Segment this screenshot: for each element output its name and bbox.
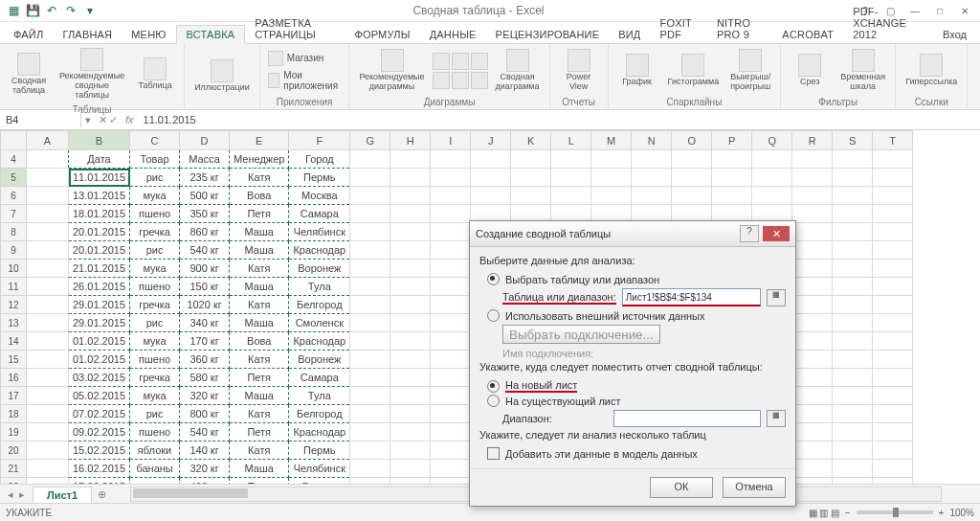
row-header[interactable]: 16 [1,369,27,387]
cell[interactable] [350,442,390,460]
cell[interactable] [390,442,431,460]
radio-icon[interactable] [487,395,500,407]
enter-formula-icon[interactable]: ✓ [109,114,118,126]
cell[interactable] [350,278,390,296]
cell[interactable]: гречка [130,223,180,241]
cancel-formula-icon[interactable]: ✕ [99,114,107,126]
row-header[interactable]: 17 [1,387,27,405]
row-header[interactable]: 9 [1,241,27,260]
column-header[interactable]: M [591,131,632,150]
cell[interactable] [431,278,471,296]
cell[interactable] [792,260,833,278]
row-header[interactable]: 10 [1,260,27,278]
cell[interactable]: 20.01.2015 [69,223,130,241]
cell[interactable] [390,387,431,405]
cell[interactable] [390,241,431,260]
cell[interactable] [471,169,511,187]
cell[interactable] [873,260,913,278]
cell[interactable]: Катя [230,405,289,423]
cell[interactable]: 540 кг [180,241,230,260]
cell[interactable]: 03.02.2015 [69,369,130,387]
row-header[interactable]: 12 [1,296,27,314]
row-header[interactable]: 15 [1,351,27,369]
cell[interactable] [27,169,69,187]
cell[interactable]: гречка [130,296,180,314]
cell[interactable] [390,223,431,241]
redo-icon[interactable]: ↷ [63,3,78,18]
checkbox-icon[interactable] [487,447,500,460]
column-header[interactable]: P [712,131,752,150]
cell[interactable] [431,369,471,387]
cell[interactable]: Краснодар [289,332,350,351]
ribbon-button[interactable]: Рекомендуемыедиаграммы [355,47,428,94]
cell[interactable] [712,169,752,187]
cell[interactable]: рис [130,405,180,423]
cell[interactable] [431,223,471,241]
cell[interactable] [873,332,913,351]
cell[interactable] [390,205,431,223]
cell[interactable] [390,460,431,478]
save-icon[interactable]: 💾 [25,3,40,18]
cell[interactable]: 150 кг [180,278,230,296]
cell[interactable]: 26.01.2015 [69,278,130,296]
column-header[interactable]: O [672,131,712,150]
cell[interactable] [833,442,873,460]
cell[interactable] [27,351,69,369]
cell[interactable]: пшено [130,278,180,296]
column-header[interactable]: G [350,131,390,150]
cell[interactable] [873,205,913,223]
cell[interactable] [390,405,431,423]
cell[interactable]: яблоки [130,442,180,460]
row-header[interactable]: 20 [1,442,27,460]
cell[interactable] [833,332,873,351]
undo-icon[interactable]: ↶ [44,3,59,18]
ribbon-tab-разметка страницы[interactable]: РАЗМЕТКА СТРАНИЦЫ [245,14,345,43]
cell[interactable] [390,369,431,387]
cell[interactable]: Пермь [289,169,350,187]
cell[interactable] [431,296,471,314]
column-header[interactable]: K [511,131,551,150]
cell[interactable] [833,187,873,205]
zoom-value[interactable]: 100% [949,508,974,518]
column-header[interactable]: H [390,131,431,150]
cell[interactable] [27,332,69,351]
column-header[interactable]: C [130,131,180,150]
radio-external-source[interactable]: Использовать внешний источник данных [479,308,786,323]
cell[interactable] [792,223,833,241]
cell[interactable] [350,296,390,314]
cell[interactable] [833,241,873,260]
dest-range-picker-icon[interactable]: ▦ [767,410,786,427]
cell[interactable]: Менеджер [230,150,289,169]
cell[interactable] [431,150,471,169]
cell[interactable] [350,169,390,187]
cell[interactable] [350,223,390,241]
cell[interactable] [350,332,390,351]
cell[interactable] [27,387,69,405]
cell[interactable]: 21.01.2015 [69,260,130,278]
cell[interactable] [632,150,672,169]
cell[interactable] [632,169,672,187]
cell[interactable]: рис [130,314,180,332]
namebox-dropdown-icon[interactable]: ▾ [81,114,95,126]
column-header[interactable]: A [27,131,69,150]
ribbon-button[interactable]: Мои приложения [266,69,344,92]
cell[interactable] [350,314,390,332]
chart-type-icon[interactable] [471,53,488,70]
cell[interactable] [350,369,390,387]
column-header[interactable]: J [471,131,511,150]
cell[interactable]: 320 кг [180,387,230,405]
cell[interactable]: пшено [130,205,180,223]
radio-icon[interactable] [487,380,500,393]
cell[interactable] [833,369,873,387]
cell[interactable] [551,169,591,187]
cell[interactable] [873,169,913,187]
cell[interactable] [390,351,431,369]
column-header[interactable]: B [69,131,130,150]
cell[interactable]: 235 кг [180,169,230,187]
cell[interactable]: Вова [230,332,289,351]
cell[interactable]: Катя [230,296,289,314]
cell[interactable]: Самара [289,205,350,223]
cell[interactable] [873,150,913,169]
cell[interactable] [833,296,873,314]
ribbon-tab-acrobat[interactable]: ACROBAT [772,26,843,43]
